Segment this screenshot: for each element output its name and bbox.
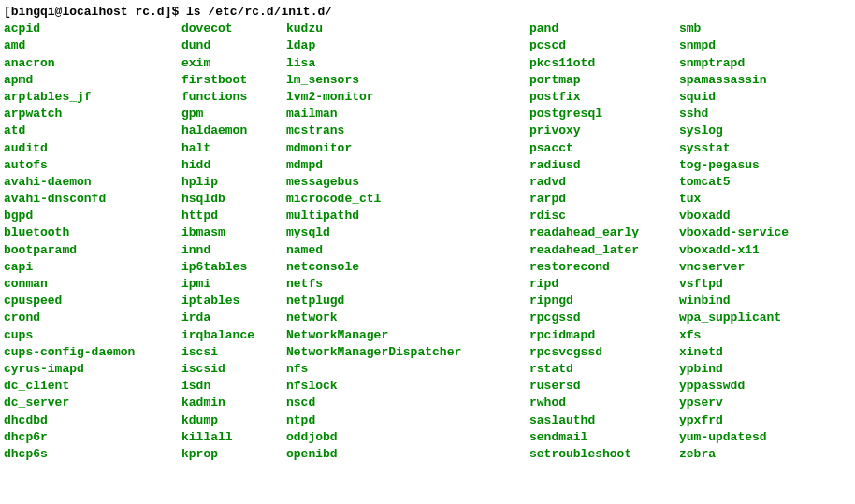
file-entry: wpa_supplicant xyxy=(679,310,814,326)
file-entry: rarpd xyxy=(529,191,664,208)
file-entry: rpcidmapd xyxy=(529,327,664,344)
file-entry: functions xyxy=(181,89,271,106)
file-entry: hplip xyxy=(181,174,271,191)
file-entry: conman xyxy=(4,276,167,293)
file-entry: radvd xyxy=(529,174,664,191)
file-entry: openibd xyxy=(286,446,514,463)
file-entry: dhcp6r xyxy=(4,429,167,446)
file-entry: ypbind xyxy=(679,361,814,378)
file-entry: snmpd xyxy=(679,37,814,54)
file-entry: ip6tables xyxy=(181,259,271,276)
file-entry: sendmail xyxy=(529,429,664,446)
file-entry: isdn xyxy=(181,378,271,395)
file-entry: cups-config-daemon xyxy=(4,344,167,361)
output-column-5: smb snmpd snmptrapd spamassassin squid s… xyxy=(679,21,829,463)
file-entry: ypserv xyxy=(679,395,814,411)
file-entry: dovecot xyxy=(181,21,271,37)
output-column-4: pand pcscd pkcs11otd portmap postfix pos… xyxy=(529,21,679,463)
file-entry: kadmin xyxy=(181,395,271,411)
file-entry: capi xyxy=(4,259,167,276)
file-entry: kdump xyxy=(181,412,271,429)
file-entry: postfix xyxy=(529,89,664,106)
file-entry: httpd xyxy=(181,208,271,224)
file-entry: arptables_jf xyxy=(4,89,167,106)
file-entry: cups xyxy=(4,327,167,344)
file-entry: iptables xyxy=(181,293,271,310)
file-entry: tomcat5 xyxy=(679,174,814,191)
file-entry: acpid xyxy=(4,21,167,37)
file-entry: NetworkManagerDispatcher xyxy=(286,344,514,361)
file-entry: readahead_early xyxy=(529,224,664,241)
file-entry: dc_server xyxy=(4,395,167,411)
file-entry: lisa xyxy=(286,55,514,72)
file-entry: ibmasm xyxy=(181,224,271,241)
file-entry: haldaemon xyxy=(181,122,271,139)
file-entry: tux xyxy=(679,191,814,208)
file-entry: squid xyxy=(679,89,814,106)
file-entry: rpcsvcgssd xyxy=(529,344,664,361)
file-entry: irqbalance xyxy=(181,327,271,344)
file-entry: snmptrapd xyxy=(679,55,814,72)
file-entry: firstboot xyxy=(181,72,271,89)
file-entry: vboxadd-x11 xyxy=(679,242,814,259)
file-entry: pkcs11otd xyxy=(529,55,664,72)
file-entry: readahead_later xyxy=(529,242,664,259)
file-entry: multipathd xyxy=(286,208,514,224)
file-entry: syslog xyxy=(679,122,814,139)
file-entry: mysqld xyxy=(286,224,514,241)
file-entry: psacct xyxy=(529,140,664,157)
file-entry: portmap xyxy=(529,72,664,89)
file-entry: setroubleshoot xyxy=(529,446,664,463)
file-entry: pand xyxy=(529,21,664,37)
file-entry: bgpd xyxy=(4,208,167,224)
file-entry: spamassassin xyxy=(679,72,814,89)
file-entry: exim xyxy=(181,55,271,72)
file-entry: anacron xyxy=(4,55,167,72)
output-column-3: kudzu ldap lisa lm_sensors lvm2-monitor … xyxy=(286,21,529,463)
shell-prompt: [bingqi@localhost rc.d]$ ls /etc/rc.d/in… xyxy=(4,4,851,21)
file-entry: apmd xyxy=(4,72,167,89)
file-entry: netconsole xyxy=(286,259,514,276)
file-entry: kudzu xyxy=(286,21,514,37)
file-entry: ntpd xyxy=(286,412,514,429)
file-entry: zebra xyxy=(679,446,814,463)
file-entry: vboxadd xyxy=(679,208,814,224)
file-entry: microcode_ctl xyxy=(286,191,514,208)
file-entry: amd xyxy=(4,37,167,54)
file-entry: avahi-dnsconfd xyxy=(4,191,167,208)
file-entry: mailman xyxy=(286,106,514,122)
file-entry: dhcp6s xyxy=(4,446,167,463)
file-entry: mdmpd xyxy=(286,157,514,174)
file-entry: avahi-daemon xyxy=(4,174,167,191)
file-entry: yum-updatesd xyxy=(679,429,814,446)
file-entry: winbind xyxy=(679,293,814,310)
file-entry: autofs xyxy=(4,157,167,174)
file-entry: ldap xyxy=(286,37,514,54)
file-entry: hidd xyxy=(181,157,271,174)
file-entry: mcstrans xyxy=(286,122,514,139)
file-entry: cpuspeed xyxy=(4,293,167,310)
file-entry: sshd xyxy=(679,106,814,122)
file-entry: rusersd xyxy=(529,378,664,395)
file-entry: ypxfrd xyxy=(679,412,814,429)
output-column-2: dovecot dund exim firstboot functions gp… xyxy=(181,21,286,463)
file-entry: crond xyxy=(4,310,167,326)
file-entry: nfs xyxy=(286,361,514,378)
file-entry: nscd xyxy=(286,395,514,411)
file-entry: hsqldb xyxy=(181,191,271,208)
file-entry: gpm xyxy=(181,106,271,122)
file-entry: named xyxy=(286,242,514,259)
file-entry: oddjobd xyxy=(286,429,514,446)
file-entry: xinetd xyxy=(679,344,814,361)
file-entry: ripngd xyxy=(529,293,664,310)
file-entry: ipmi xyxy=(181,276,271,293)
output-column-1: acpid amd anacron apmd arptables_jf arpw… xyxy=(4,21,181,463)
file-entry: tog-pegasus xyxy=(679,157,814,174)
file-entry: vncserver xyxy=(679,259,814,276)
file-entry: atd xyxy=(4,122,167,139)
file-entry: iscsid xyxy=(181,361,271,378)
file-entry: rstatd xyxy=(529,361,664,378)
file-entry: restorecond xyxy=(529,259,664,276)
file-entry: netfs xyxy=(286,276,514,293)
file-entry: halt xyxy=(181,140,271,157)
